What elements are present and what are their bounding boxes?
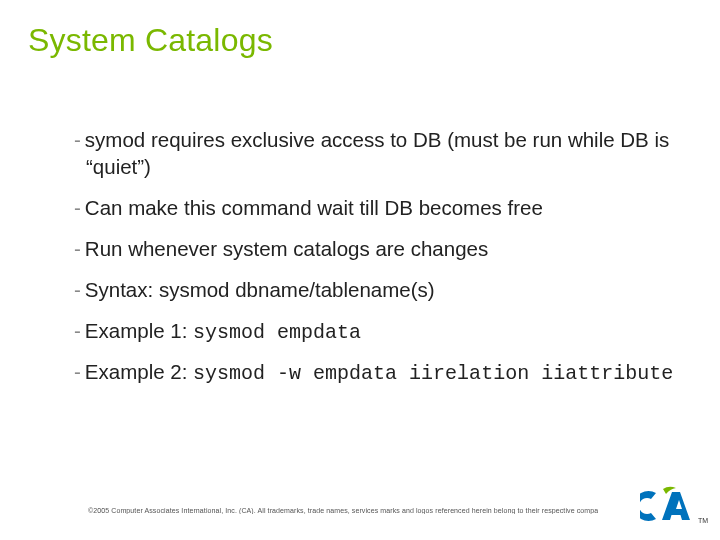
list-item: -symod requires exclusive access to DB (… [68, 126, 680, 183]
page-title: System Catalogs [28, 22, 273, 59]
bullet-code: sysmod -w empdata iirelation iiattribute [193, 362, 673, 385]
bullet-list: -symod requires exclusive access to DB (… [28, 126, 680, 400]
bullet-dash: - [74, 128, 81, 151]
list-item: -Example 1: sysmod empdata [68, 317, 680, 346]
list-item: -Run whenever system catalogs are change… [68, 235, 680, 264]
list-item: -Example 2: sysmod -w empdata iirelation… [68, 358, 680, 387]
bullet-text: Example 1: [85, 319, 193, 342]
bullet-text: Run whenever system catalogs are changes [85, 237, 488, 260]
bullet-dash: - [74, 360, 81, 383]
slide: System Catalogs -symod requires exclusiv… [0, 0, 720, 540]
copyright-footer: ©2005 Computer Associates International,… [88, 507, 598, 514]
bullet-text: symod requires exclusive access to DB (m… [85, 128, 669, 179]
bullet-dash: - [74, 196, 81, 219]
ca-logo-icon [640, 486, 698, 526]
bullet-dash: - [74, 278, 81, 301]
bullet-text: Example 2: [85, 360, 193, 383]
bullet-dash: - [74, 319, 81, 342]
trademark-label: TM [698, 517, 708, 524]
bullet-dash: - [74, 237, 81, 260]
bullet-text: Syntax: sysmod dbname/tablename(s) [85, 278, 435, 301]
list-item: -Syntax: sysmod dbname/tablename(s) [68, 276, 680, 305]
bullet-code: sysmod empdata [193, 321, 361, 344]
list-item: -Can make this command wait till DB beco… [68, 194, 680, 223]
bullet-text: Can make this command wait till DB becom… [85, 196, 543, 219]
